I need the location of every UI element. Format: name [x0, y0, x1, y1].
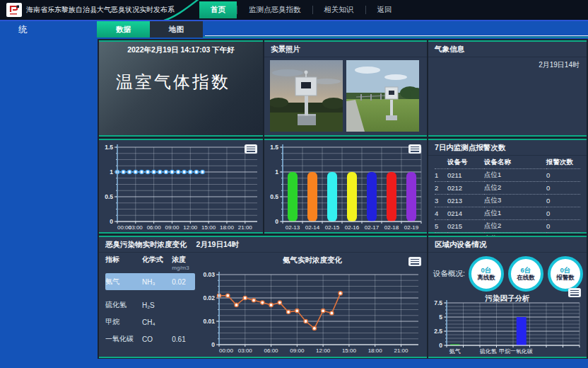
svg-text:0: 0	[275, 218, 278, 225]
tab-underline-white	[205, 35, 588, 36]
svg-text:1: 1	[110, 168, 113, 176]
stat-online: 6台 在线数	[508, 256, 543, 292]
pollutant-value: 0.61	[172, 335, 195, 343]
chart-toolbox-icon[interactable]	[408, 257, 421, 266]
svg-text:0.01: 0.01	[203, 318, 215, 325]
photo-strip	[264, 57, 427, 134]
alarm-table: 设备号 设备名称 报警次数 1 0211 点位1 0 2 0212 点位2 0 …	[435, 156, 580, 246]
stat-alarm: 0台 报警数	[548, 256, 583, 292]
odor-row-methane[interactable]: 甲烷 CH₄	[105, 314, 195, 330]
svg-text:0.5: 0.5	[270, 193, 278, 200]
svg-text:18:00: 18:00	[368, 347, 383, 354]
svg-text:5: 5	[439, 314, 442, 321]
alarm-row: 4 0214 点位1 0	[435, 207, 580, 220]
weather-time: 2月19日14时	[428, 57, 587, 73]
device-id: 0211	[447, 169, 484, 182]
svg-text:硫化氢: 硫化氢	[480, 348, 497, 355]
offline-count: 0台	[481, 267, 492, 275]
alarm-col-device-id: 设备号	[447, 156, 484, 169]
row-index: 1	[435, 169, 447, 182]
svg-text:06:00: 06:00	[147, 224, 162, 231]
online-count: 6台	[521, 267, 531, 275]
swoosh-accent	[160, 0, 201, 20]
site-photo-dusk	[270, 60, 345, 132]
svg-text:06:00: 06:00	[264, 347, 279, 354]
svg-text:15:00: 15:00	[342, 347, 357, 354]
svg-text:21:00: 21:00	[394, 347, 408, 354]
greenhouse-index-chart-panel: 00.511.500:0003:0006:0009:0012:0015:0018…	[99, 139, 263, 234]
svg-text:1.5: 1.5	[105, 144, 113, 151]
svg-text:15:00: 15:00	[201, 224, 216, 231]
main-nav: 首页 监测点恶臭指数 相关知识 返回	[199, 1, 404, 18]
svg-text:0.02: 0.02	[203, 294, 215, 301]
nav-item-home[interactable]: 首页	[199, 1, 237, 18]
row-index: 5	[435, 220, 447, 233]
alarm-row: 1 0211 点位1 0	[435, 169, 580, 182]
devices-panel-title: 区域内设备情况	[428, 237, 587, 253]
dusk-photo-illustration	[270, 60, 343, 132]
alarm-count: 0	[546, 220, 580, 233]
odor-col-formula: 化学式	[142, 255, 172, 271]
svg-text:2.5: 2.5	[434, 328, 442, 335]
odor-col-concentration: 浓度 mg/m3	[172, 255, 195, 271]
daily-bar-chart[interactable]: 00.511.502-1302-1402-1502-1602-1702-1802…	[264, 140, 427, 232]
greeting-panel: 2022年2月19日 14:17:03 下午好 温室气体指数	[99, 40, 263, 137]
svg-text:0: 0	[110, 218, 113, 225]
site-photo-field	[346, 60, 421, 132]
odor-row-h2s[interactable]: 硫化氢 H₂S	[105, 297, 195, 314]
svg-text:09:00: 09:00	[290, 347, 305, 354]
svg-text:02-17: 02-17	[365, 224, 380, 231]
pollutant-name: 硫化氢	[105, 300, 142, 310]
alarm-col-index	[435, 156, 447, 169]
chart-toolbox-icon[interactable]	[568, 288, 581, 297]
chart-toolbox-icon[interactable]	[408, 144, 421, 154]
svg-text:03:00: 03:00	[129, 224, 143, 231]
svg-text:02-16: 02-16	[345, 224, 360, 231]
device-id: 0215	[447, 220, 484, 233]
alarm-count: 0	[546, 195, 580, 207]
device-id: 0214	[447, 207, 484, 220]
stat-offline: 0台 离线数	[469, 256, 504, 292]
alarm-count: 0	[546, 169, 580, 182]
alarm-row: 2 0212 点位2 0	[435, 182, 580, 195]
tab-data[interactable]: 数据	[97, 21, 150, 38]
index-line-chart[interactable]: 00.511.500:0003:0006:0009:0012:0015:0018…	[99, 140, 263, 232]
odor-row-co[interactable]: 一氧化碳 CO 0.61	[105, 330, 195, 347]
pollution-factor-bar-chart[interactable]: 02.557.5氨气硫化氢甲烷一氧化碳	[430, 296, 585, 355]
svg-text:甲烷: 甲烷	[499, 348, 510, 355]
logo-icon	[8, 4, 20, 16]
svg-text:12:00: 12:00	[316, 347, 331, 354]
nav-item-odor-index[interactable]: 监测点恶臭指数	[237, 1, 312, 18]
photos-panel: 实景照片	[264, 40, 427, 137]
pollutant-name: 甲烷	[105, 317, 142, 327]
odor-header-row: 指标 化学式 浓度 mg/m3	[105, 255, 195, 271]
svg-text:18:00: 18:00	[220, 224, 235, 231]
device-id: 0212	[447, 182, 484, 195]
svg-text:氨气: 氨气	[449, 348, 461, 355]
odor-col-indicator: 指标	[105, 255, 142, 271]
device-name: 点位1	[484, 169, 546, 182]
alarm-panel-title: 7日内监测点报警次数	[428, 140, 587, 156]
odor-panel-time: 2月19日14时	[196, 240, 239, 248]
odor-pollutants-panel: 恶臭污染物实时浓度变化 2月19日14时 指标 化学式 浓度 mg/m3 氨气 …	[99, 236, 427, 358]
ammonia-line-chart[interactable]: 00.010.020.0300:0003:0006:0009:0012:0015…	[198, 268, 425, 355]
device-name: 点位2	[484, 182, 546, 195]
nav-item-back[interactable]: 返回	[366, 1, 404, 18]
svg-text:0.03: 0.03	[203, 271, 215, 278]
svg-text:12:00: 12:00	[183, 224, 198, 231]
region-devices-panel: 区域内设备情况 设备概况: 0台 离线数 6台 在线数 0台 报警数 污染因子分…	[428, 236, 587, 358]
pollutant-value: 0.02	[172, 278, 195, 286]
svg-text:02-19: 02-19	[404, 224, 419, 231]
online-label: 在线数	[517, 275, 535, 282]
odor-table: 指标 化学式 浓度 mg/m3 氨气 NH₃ 0.02 硫化氢 H₂S 甲烷 C…	[99, 253, 198, 357]
odor-row-ammonia[interactable]: 氨气 NH₃ 0.02	[105, 273, 195, 290]
tab-map[interactable]: 地图	[150, 21, 203, 38]
svg-text:21:00: 21:00	[238, 224, 253, 231]
svg-text:0.5: 0.5	[105, 193, 113, 200]
chart-toolbox-icon[interactable]	[245, 144, 257, 154]
nav-item-knowledge[interactable]: 相关知识	[313, 1, 365, 18]
odor-panel-header: 恶臭污染物实时浓度变化 2月19日14时	[99, 237, 427, 253]
svg-text:一氧化碳: 一氧化碳	[510, 348, 533, 355]
alarm-col-count: 报警次数	[546, 156, 580, 169]
daily-index-chart-panel: 00.511.502-1302-1402-1502-1602-1702-1802…	[264, 139, 427, 234]
